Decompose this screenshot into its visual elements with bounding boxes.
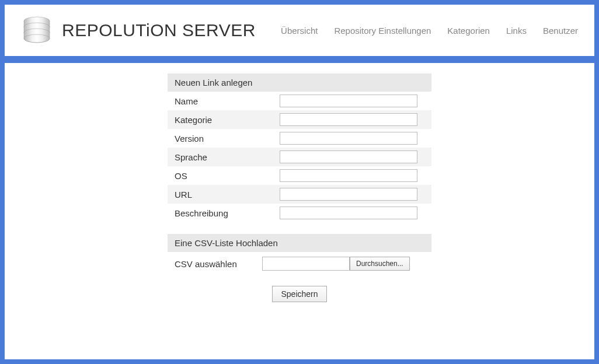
input-url[interactable] [280,188,417,201]
nav-categories[interactable]: Kategorien [447,26,490,36]
input-csv-path[interactable] [262,257,350,271]
row-category: Kategorie [168,110,431,129]
main-nav: Übersicht Repository Einstellungen Kateg… [281,26,578,36]
content-area: Neuen Link anlegen Name Kategorie Versio… [5,63,594,359]
section-header-csv: Eine CSV-Liste Hochladen [168,234,431,252]
nav-repo-settings[interactable]: Repository Einstellungen [334,26,431,36]
input-name[interactable] [280,94,417,107]
row-os: OS [168,166,431,185]
browse-button[interactable]: Durchsuchen... [350,257,410,271]
database-icon [21,15,53,46]
input-language[interactable] [280,150,417,163]
input-version[interactable] [280,132,417,145]
fields-group: Name Kategorie Version Sprache OS URL [168,92,431,222]
label-csv: CSV auswählen [175,259,262,269]
row-description: Beschreibung [168,204,431,222]
section-header-new-link: Neuen Link anlegen [168,74,431,92]
label-name: Name [175,96,280,106]
input-category[interactable] [280,113,417,126]
label-language: Sprache [175,152,280,162]
input-os[interactable] [280,169,417,182]
label-description: Beschreibung [175,208,280,218]
nav-users[interactable]: Benutzer [543,26,578,36]
row-version: Version [168,129,431,148]
submit-wrap: Speichern [168,286,431,302]
nav-overview[interactable]: Übersicht [281,26,318,36]
label-url: URL [175,190,280,200]
logo-wrap: REPOLUTiON SERVER [21,15,256,46]
nav-links[interactable]: Links [506,26,527,36]
row-csv: CSV auswählen Durchsuchen... [168,252,431,275]
row-name: Name [168,92,431,110]
input-description[interactable] [280,206,417,219]
row-language: Sprache [168,148,431,166]
label-version: Version [175,134,280,144]
label-category: Kategorie [175,115,280,125]
new-link-form: Neuen Link anlegen Name Kategorie Versio… [168,74,431,302]
label-os: OS [175,171,280,181]
save-button[interactable]: Speichern [272,286,326,302]
row-url: URL [168,185,431,204]
brand-title: REPOLUTiON SERVER [62,20,256,40]
header: REPOLUTiON SERVER Übersicht Repository E… [5,5,594,56]
